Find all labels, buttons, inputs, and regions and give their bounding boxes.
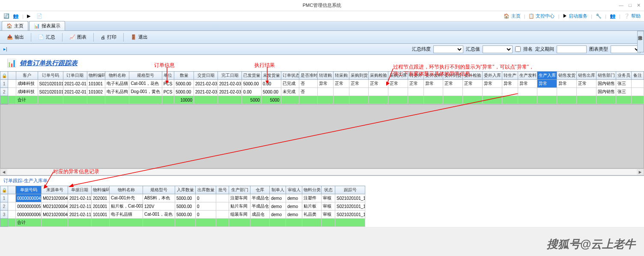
- cell[interactable]: 5000.00: [174, 80, 194, 88]
- cell[interactable]: 成峰科技: [16, 88, 38, 96]
- cell[interactable]: Cat-001，花色: [129, 80, 162, 88]
- collapse-icon[interactable]: ▸|: [3, 46, 7, 52]
- cell[interactable]: 张三: [616, 88, 632, 96]
- tab-report[interactable]: 📊 报表展示: [29, 21, 65, 30]
- cell[interactable]: 0.00: [261, 80, 281, 88]
- cell[interactable]: S021020101_1: [335, 194, 365, 202]
- cell[interactable]: [8, 202, 16, 211]
- cell[interactable]: 国内销售: [596, 88, 616, 96]
- col-header[interactable]: 生产发料: [518, 72, 537, 80]
- tool-icon[interactable]: 🔧: [596, 13, 602, 19]
- cell[interactable]: demo: [270, 194, 286, 202]
- col-header[interactable]: 单据号码: [16, 186, 42, 194]
- cell[interactable]: S021020101: [38, 88, 63, 96]
- cell[interactable]: 101001: [92, 211, 110, 219]
- col-header[interactable]: 采购检验: [369, 72, 388, 80]
- col-header[interactable]: 物料分类: [302, 186, 322, 194]
- col-header[interactable]: 规格型号: [129, 72, 162, 80]
- col-header[interactable]: 生产部门: [229, 186, 250, 194]
- cell[interactable]: 101001: [87, 80, 105, 88]
- cell[interactable]: 0.00: [242, 88, 262, 96]
- col-header[interactable]: 订单号码: [38, 72, 63, 80]
- cell[interactable]: 0000000005: [16, 202, 42, 211]
- period-input[interactable]: [557, 45, 587, 53]
- col-header[interactable]: 物料编码: [87, 72, 105, 80]
- col-header[interactable]: 数量: [174, 72, 194, 80]
- cell[interactable]: 组装车间: [229, 211, 250, 219]
- cell[interactable]: [333, 88, 349, 96]
- cell[interactable]: 已完成: [281, 80, 299, 88]
- cell[interactable]: demo: [286, 202, 302, 211]
- cell[interactable]: [502, 88, 518, 96]
- exit-button[interactable]: 🚪 退出: [127, 33, 151, 42]
- cell[interactable]: [576, 88, 596, 96]
- col-header[interactable]: 销售发货: [557, 72, 577, 80]
- cell[interactable]: 电子礼品猫: [110, 211, 143, 219]
- cell[interactable]: ABS料，本色: [143, 194, 175, 202]
- col-header[interactable]: 销售出库: [576, 72, 596, 80]
- cell[interactable]: Dog-001，黄色: [129, 88, 162, 96]
- col-header[interactable]: 业务员: [616, 72, 632, 80]
- cell[interactable]: 异常: [537, 80, 557, 88]
- col-header[interactable]: 规格型号: [143, 186, 175, 194]
- cell[interactable]: 正常: [388, 80, 408, 88]
- cell[interactable]: 正常: [369, 80, 388, 88]
- cell[interactable]: 2021-02-01: [63, 88, 87, 96]
- cell[interactable]: 0: [196, 194, 216, 202]
- col-header[interactable]: [8, 72, 16, 80]
- cell[interactable]: 5000.00: [174, 88, 194, 96]
- col-header[interactable]: 委外到货: [443, 72, 463, 80]
- hscrollbar[interactable]: ◄►: [0, 169, 644, 175]
- cell[interactable]: 201001: [92, 202, 110, 211]
- cell[interactable]: 5000.00: [242, 80, 262, 88]
- col-header[interactable]: 制单人: [270, 186, 286, 194]
- cell[interactable]: 正常: [463, 80, 483, 88]
- cell[interactable]: Cat-001外壳: [110, 194, 143, 202]
- val-select[interactable]: [483, 45, 513, 53]
- cell[interactable]: 异常: [557, 80, 577, 88]
- col-header[interactable]: 生产入库: [537, 72, 557, 80]
- cell[interactable]: 2021-02-03: [194, 88, 218, 96]
- cell[interactable]: 礼品类: [302, 211, 322, 219]
- cell[interactable]: 2021-02-03: [218, 80, 242, 88]
- cell[interactable]: 成峰科技: [16, 80, 38, 88]
- cell[interactable]: [557, 88, 577, 96]
- cell[interactable]: [443, 88, 463, 96]
- cell[interactable]: 0: [196, 211, 216, 219]
- startservice-link[interactable]: ▶ 启动服务: [563, 13, 587, 19]
- col-header[interactable]: 单位: [162, 72, 174, 80]
- cell[interactable]: M021020004: [42, 211, 68, 219]
- rank-checkbox[interactable]: [515, 46, 521, 52]
- cell[interactable]: 正常: [349, 80, 369, 88]
- cell[interactable]: 正常: [443, 80, 463, 88]
- help-link[interactable]: ❔ 帮助: [624, 13, 641, 19]
- cell[interactable]: 否: [299, 80, 318, 88]
- cell[interactable]: 未完成: [281, 88, 299, 96]
- col-header[interactable]: 客户: [16, 72, 38, 80]
- col-header[interactable]: 仓库: [250, 186, 270, 194]
- cell[interactable]: 异常: [502, 80, 518, 88]
- cell[interactable]: [216, 202, 229, 211]
- col-header[interactable]: 委外发料: [423, 72, 443, 80]
- cell[interactable]: 2021-02-11: [68, 194, 92, 202]
- chart-button[interactable]: 📈 图表: [66, 33, 90, 42]
- cell[interactable]: [216, 194, 229, 202]
- summary-button[interactable]: 📄 汇总: [35, 33, 59, 42]
- cell[interactable]: [632, 88, 644, 96]
- minimize-button[interactable]: —: [619, 3, 623, 8]
- cell[interactable]: 正常: [576, 80, 596, 88]
- cell[interactable]: 电子礼品狗: [105, 88, 129, 96]
- col-header[interactable]: 订单状态: [281, 72, 299, 80]
- col-header[interactable]: [8, 186, 16, 194]
- cell[interactable]: 成品仓: [250, 211, 270, 219]
- cell[interactable]: 审核: [322, 211, 335, 219]
- cell[interactable]: 国内销售: [596, 80, 616, 88]
- cell[interactable]: 审核: [322, 194, 335, 202]
- users2-icon[interactable]: 👥: [610, 13, 616, 19]
- cell[interactable]: M021020004: [42, 202, 68, 211]
- cell[interactable]: demo: [270, 211, 286, 219]
- users-icon[interactable]: 👥: [13, 13, 19, 19]
- col-header[interactable]: 物料编码: [92, 186, 110, 194]
- cell[interactable]: PCS: [162, 88, 174, 96]
- cell[interactable]: [408, 88, 423, 96]
